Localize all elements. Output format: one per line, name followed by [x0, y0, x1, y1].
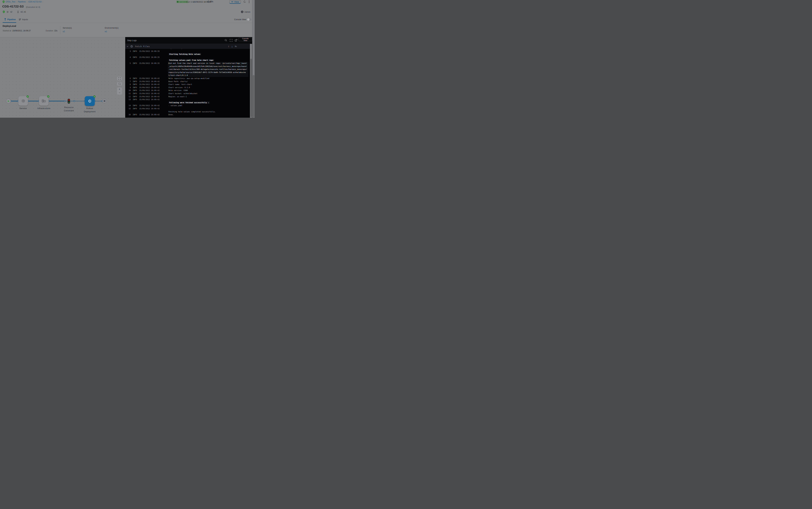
play-icon	[7, 100, 9, 102]
step-success-icon	[131, 45, 133, 47]
log-line: 10INFO15/09/2022 16:09:42Helm version: V…	[125, 89, 250, 92]
service-link[interactable]: s2	[63, 30, 72, 33]
breadcrumb-pipeline-name[interactable]: CDS-41722-S3	[28, 1, 41, 3]
zoom-in-button[interactable]: +	[119, 89, 120, 90]
log-timestamp: 15/09/2022 16:09:42	[139, 83, 160, 86]
log-message: Fetching values.yaml from helm chart rep…	[169, 59, 249, 62]
expand-fullscreen-icon[interactable]	[230, 39, 232, 42]
node-infrastructure[interactable]	[39, 96, 48, 106]
log-scrollbar[interactable]	[250, 44, 252, 118]
log-level: INFO	[133, 98, 137, 101]
log-line: 12INFO15/09/2022 16:09:42Region: us-east…	[125, 95, 250, 98]
log-line-number: 6	[126, 77, 131, 80]
log-message: Fetching helm values completed successfu…	[169, 110, 249, 113]
tab-pipeline[interactable]: Pipeline	[4, 18, 16, 21]
tab-inputs[interactable]: Inputs	[19, 18, 28, 21]
breadcrumb: CFDs_Test › Pipelines › CDS-41722-S3 ›	[2, 0, 43, 3]
success-check-badge	[47, 95, 49, 98]
log-line-number: 8	[126, 83, 131, 86]
external-link-icon[interactable]	[235, 39, 237, 41]
breadcrumb-project[interactable]: CFDs_Test	[6, 1, 15, 3]
log-line: 8INFO15/09/2022 16:09:42Chart name: test…	[125, 83, 250, 86]
step-logs-title: Step Logs	[127, 39, 137, 42]
log-level: INFO	[133, 107, 137, 110]
log-level: INFO	[133, 80, 137, 83]
edge	[11, 101, 18, 101]
stop-icon	[104, 100, 105, 102]
node-label-infrastructure: Infrastructure	[36, 107, 52, 110]
scroll-down-icon[interactable]: ↓	[231, 45, 233, 48]
stage-services: Service(s) s2	[63, 27, 72, 33]
log-line-number: 4	[126, 56, 131, 59]
gear-icon	[21, 99, 25, 103]
environments-ref[interactable]: e2, e1	[21, 11, 26, 13]
log-message: Base Path: charts/	[169, 80, 249, 83]
success-check-badge	[27, 95, 29, 98]
page-scrollbar[interactable]	[252, 0, 255, 118]
execution-id: (Execution Id: 8)	[26, 6, 40, 8]
node-service[interactable]	[19, 96, 28, 106]
scroll-up-icon[interactable]: ↑	[228, 45, 229, 48]
log-message: Starting fetching Helm values	[169, 53, 249, 56]
environment-link[interactable]: e1	[105, 30, 118, 33]
log-line-number: 9	[126, 86, 131, 89]
chevron-down-icon[interactable]	[127, 46, 128, 47]
user-menu[interactable]: Admin	[241, 10, 250, 13]
log-line: 9INFO15/09/2022 16:09:42Chart version: 0…	[125, 86, 250, 89]
log-level: INFO	[133, 92, 137, 95]
step-duration: 9s	[235, 45, 237, 47]
log-message: Chart name: test-chart	[169, 83, 249, 86]
console-view-button[interactable]: Console View	[238, 38, 252, 41]
log-line-number: 7	[126, 80, 131, 83]
log-line-number: 12	[126, 95, 131, 98]
page-title: CDS-41722-S3	[2, 5, 24, 8]
log-line: 14INFO15/09/2022 16:09:42- values.yaml	[125, 104, 250, 107]
console-view-label: Console View	[234, 19, 246, 21]
log-section-header[interactable]: Fetch Files ↑ ↓ 9s	[125, 44, 250, 49]
log-content[interactable]: m gof.../fo } 3INFO15/09/2022 16:09:35St…	[125, 49, 250, 118]
breadcrumb-pipelines[interactable]: Pipelines	[18, 1, 26, 3]
node-rollout-deployment[interactable]	[85, 96, 95, 106]
scrollbar-thumb[interactable]	[250, 59, 252, 117]
node-resource-constraint[interactable]	[68, 99, 70, 104]
stage-info-band: DeployLocal Started at: 15/09/2022, 16:0…	[0, 23, 252, 37]
pipeline-graph-canvas[interactable]: Service Infrastructure Resource Constrai…	[0, 37, 125, 118]
log-timestamp: 15/09/2022 16:09:42	[139, 92, 160, 95]
log-line: 16INFO15/09/2022 16:09:42Done.	[125, 113, 250, 116]
canvas-select-button[interactable]	[117, 82, 122, 86]
log-line-number: 10	[126, 89, 131, 92]
log-line: 11INFO15/09/2022 16:09:42Chart bucket: a…	[125, 92, 250, 95]
log-timestamp: 15/09/2022 16:09:42	[139, 98, 160, 101]
console-view-toggle[interactable]	[247, 19, 252, 21]
log-message: Done.	[169, 113, 249, 116]
view-button[interactable]: View	[229, 0, 241, 4]
console-view-toggle-row: Console View	[234, 19, 252, 21]
end-node[interactable]	[102, 99, 107, 103]
stage-started: Started at: 15/09/2022, 16:09:27	[3, 29, 31, 32]
start-node[interactable]	[6, 99, 11, 104]
page-header: CFDs_Test › Pipelines › CDS-41722-S3 › S…	[0, 0, 252, 17]
zoom-out-button[interactable]: −	[119, 92, 120, 94]
rollout-icon	[88, 99, 92, 103]
log-message: Helm repository: aws-qa-setup-modified	[169, 77, 249, 80]
log-line: Fetching values.yaml from helm chart rep…	[125, 59, 250, 62]
log-line-number: 14	[126, 104, 131, 107]
log-line-number: 13	[126, 98, 131, 101]
clock-icon	[208, 1, 210, 3]
service-ref[interactable]: s2	[10, 11, 12, 13]
traffic-light-green	[68, 102, 70, 103]
refresh-icon[interactable]	[244, 0, 246, 3]
log-level: INFO	[133, 50, 137, 53]
log-line-number: 16	[126, 113, 131, 116]
scrollbar-thumb[interactable]	[253, 75, 255, 117]
execution-meta-row: s2 e2, e1	[3, 10, 26, 13]
search-icon[interactable]	[225, 39, 227, 41]
log-timestamp: 15/09/2022 16:09:35	[139, 56, 160, 59]
kebab-menu-icon[interactable]: •••	[248, 0, 250, 3]
canvas-fullscreen-button[interactable]	[117, 77, 122, 80]
edge	[28, 101, 39, 101]
fullscreen-icon	[118, 77, 121, 80]
node-label-resource-constraint: Resource Constraint	[61, 106, 77, 112]
log-level: INFO	[133, 56, 137, 59]
marquee-select-icon	[118, 83, 121, 85]
